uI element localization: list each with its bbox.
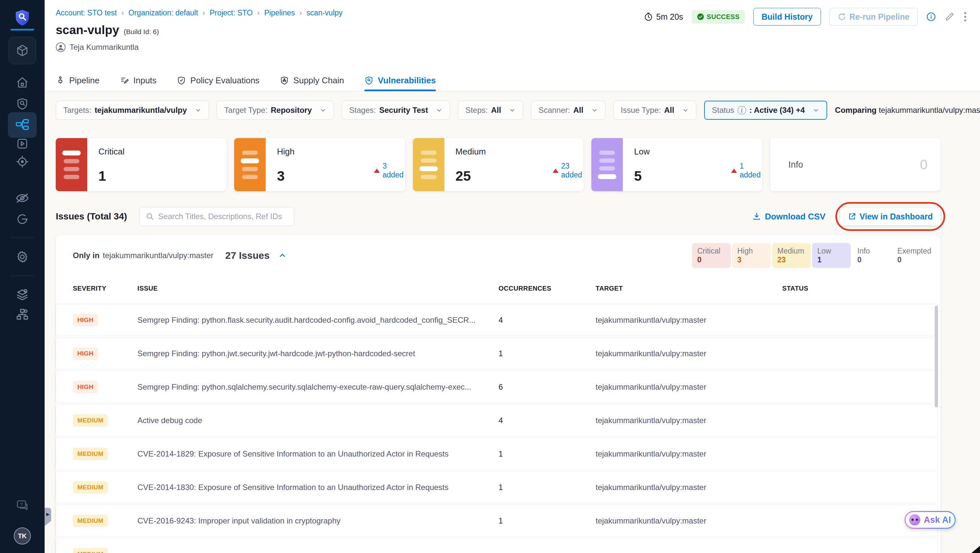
svg-text:?: ? [20,502,22,507]
refresh-icon [838,13,846,21]
filter-dropdown[interactable]: Status i : Active (34) +4 [704,101,827,120]
filter-dropdown[interactable]: Stages: i Security Test [342,101,450,120]
external-link-icon [848,212,856,221]
target-name: tejakummarikuntla/vulpy:master [596,449,782,459]
severity-card: Low 5 1 added [591,138,762,191]
only-in-count: 27 Issues [225,250,270,261]
sidebar-item-pipelines[interactable] [8,112,37,138]
chevron-down-icon [509,107,515,113]
table-row[interactable]: MEDIUM CVE-2016-9243: Improper input val… [56,505,937,536]
chevron-up-icon[interactable] [278,251,286,260]
sidebar-item-test-targets[interactable] [16,155,29,168]
user-avatar[interactable]: TK [14,528,31,545]
info-icon[interactable] [926,12,936,22]
edit-pipeline-icon[interactable] [945,12,955,22]
sidebar-item-settings[interactable] [16,250,29,264]
breadcrumb-item[interactable]: Pipelines› [264,8,307,17]
tab-inputs[interactable]: Inputs [120,70,157,91]
triangle-up-icon [731,168,737,173]
more-options-menu-icon[interactable] [963,11,967,23]
table-row[interactable]: MEDIUM [56,539,937,553]
severity-card-label: Low [634,146,752,157]
sto-logo-icon[interactable] [14,9,30,26]
sidebar-item-executions[interactable] [16,137,29,150]
filter-dropdown[interactable]: Targets: i tejakummarikuntla/vulpy [56,101,209,120]
tab-policy-evaluations[interactable]: Policy Evaluations [177,70,259,91]
target-name: tejakummarikuntla/vulpy:master [596,383,782,392]
shield-nodes-icon [280,76,289,85]
sidebar-item-exemptions[interactable] [16,192,29,204]
table-row[interactable]: MEDIUM Active debug code 4 tejakummariku… [56,405,937,436]
download-icon [752,212,761,221]
severity-badge: MEDIUM [73,448,108,460]
view-in-dashboard-button[interactable]: View in Dashboard [840,208,941,225]
vulnerabilities-panel: Targets: i tejakummarikuntla/vulpy Targe… [45,92,980,553]
occurrences-count: 4 [498,316,596,325]
sidebar-item-default-settings[interactable] [16,288,29,302]
table-row[interactable]: HIGH Semgrep Finding: python.flask.secur… [56,304,937,335]
search-input[interactable] [158,212,288,221]
target-name: tejakummarikuntla/vulpy:master [596,416,782,425]
severity-card-label: Info [789,160,803,170]
chevron-down-icon [320,107,326,113]
build-history-button[interactable]: Build History [753,8,821,25]
comparing-label: Comparing tejakummarikuntla/vulpy:master… [835,106,980,115]
target-name: tejakummarikuntla/vulpy:master [596,316,782,325]
filter-dropdown[interactable]: Steps: i All [458,101,523,120]
module-selector-button[interactable] [8,37,36,64]
check-circle-icon [697,13,704,20]
pipeline-icon [56,76,65,85]
tab-pipeline[interactable]: Pipeline [56,70,100,91]
severity-band-icon [234,138,266,191]
issue-title: CVE-2014-1830: Exposure of Sensitive Inf… [137,483,498,492]
table-row[interactable]: MEDIUM CVE-2014-1830: Exposure of Sensit… [56,472,937,503]
table-row[interactable]: HIGH Semgrep Finding: python.jwt.securit… [56,338,937,369]
severity-count-chips: Critical 0 High 3 Medium 23 [691,243,931,268]
table-row[interactable]: MEDIUM CVE-2014-1829: Exposure of Sensit… [56,438,937,469]
severity-badge: HIGH [73,314,98,326]
sidebar-item-home[interactable] [16,76,29,89]
severity-card: Critical 1 [56,138,226,191]
sidebar-item-getting-started[interactable] [16,213,29,226]
severity-chip: Critical 0 [692,243,731,268]
only-in-prefix: Only in [73,251,99,260]
filter-dropdown[interactable]: Issue Type: i All [613,101,696,120]
help-chat-icon[interactable]: ? [16,499,29,512]
severity-chip: Info 0 [852,243,891,268]
user-icon [56,42,65,52]
rerun-pipeline-button[interactable]: Re-run Pipeline [829,8,918,25]
breadcrumb-item[interactable]: scan-vulpy› [306,8,342,17]
issue-title: CVE-2014-1829: Exposure of Sensitive Inf… [137,449,498,459]
occurrences-count: 1 [498,349,596,358]
chevron-down-icon [813,107,819,113]
breadcrumb-item[interactable]: Account: STO test› [56,8,129,17]
breadcrumb-item[interactable]: Project: STO› [210,8,264,17]
severity-badge: HIGH [73,381,98,393]
tab-vulnerabilities[interactable]: Vulnerabilities [364,70,436,91]
sidebar-item-scans[interactable] [16,97,29,110]
ai-bot-icon [909,514,920,526]
severity-band-icon [56,138,87,191]
issues-toolbar: Issues (Total 34) Download CSV [56,206,941,227]
download-csv-button[interactable]: Download CSV [752,211,826,222]
shield-check-icon [177,76,186,85]
severity-badge: HIGH [73,347,98,360]
severity-card-count: 1 [99,168,106,184]
ask-ai-button[interactable]: Ask AI [905,511,956,529]
main-content: Account: STO test› Organization: default… [45,0,980,553]
issue-title: Semgrep Finding: python.sqlalchemy.secur… [137,383,498,392]
filter-dropdown[interactable]: Target Type: i Repository [217,101,334,120]
table-scrollbar[interactable] [935,306,938,407]
breadcrumb-item[interactable]: Organization: default› [129,8,210,17]
sidebar-item-organizations[interactable] [16,308,29,321]
issue-title: Semgrep Finding: python.jwt.security.jwt… [137,349,498,358]
table-row[interactable]: HIGH Semgrep Finding: python.sqlalchemy.… [56,371,937,402]
only-in-target: tejakummarikuntla/vulpy:master [103,251,213,260]
filter-dropdown[interactable]: Scanner: i All [531,101,605,120]
breadcrumb-separator: › [299,9,302,17]
severity-card-label: Critical [99,146,216,157]
chevron-down-icon [436,107,442,113]
issues-search[interactable] [139,207,294,226]
tab-supply-chain[interactable]: Supply Chain [280,70,344,91]
issue-title: Semgrep Finding: python.flask.security.a… [137,316,498,325]
